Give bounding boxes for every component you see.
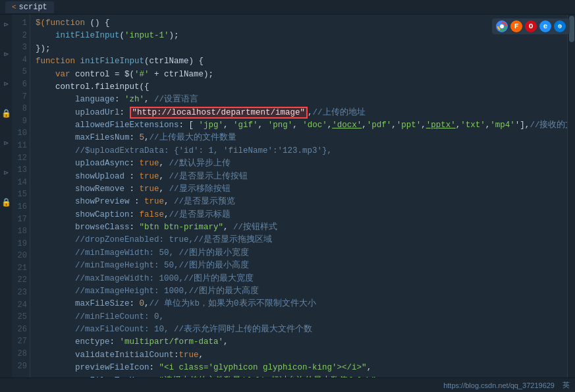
code-line: //dropZoneEnabled: true,//是否显示拖拽区域 xyxy=(36,234,562,246)
code-line: showCaption: false,//是否显示标题 xyxy=(36,209,562,221)
code-line: control.fileinput({ xyxy=(36,81,562,94)
top-bar: < script xyxy=(0,0,575,14)
code-line: validateInitialCount:true, xyxy=(36,349,562,362)
status-bar: https://blog.csdn.net/qq_37219629 英 xyxy=(0,378,575,392)
line-numbers: 1234567891011121314151617181920212223242… xyxy=(12,14,30,392)
code-line: browseClass: "btn btn-primary", //按钮样式 xyxy=(36,221,562,234)
status-lang: 英 xyxy=(562,380,570,390)
sidebar-icon-3: ⊳ xyxy=(3,79,8,89)
left-panel: ⊳ ⊳ ⊳ 🔒 ⊳ ⊳ 🔒 xyxy=(0,14,12,392)
sidebar-icon-7: 🔒 xyxy=(1,198,11,208)
code-line: showPreview : true, //是否显示预览 xyxy=(36,196,562,208)
code-line: maxFilesNum: 5,//上传最大的文件数量 xyxy=(36,132,562,144)
upload-url-value: "http://localhost/department/image" xyxy=(130,107,308,119)
code-line: //minFileCount: 0, xyxy=(36,311,562,323)
sidebar-icon-5: ⊳ xyxy=(3,138,8,148)
code-line: //maxImageHeight: 1000,//图片的最大高度 xyxy=(36,285,562,298)
code-line: }); xyxy=(36,43,562,55)
code-content[interactable]: $(function () { initFileInput('input-1')… xyxy=(30,14,567,392)
code-line: //maxImageWidth: 1000,//图片的最大宽度 xyxy=(36,273,562,285)
sidebar-icon-1: ⊳ xyxy=(3,20,8,30)
sidebar-icon-4: 🔒 xyxy=(1,109,11,119)
code-line: maxFileSize: 0,// 单位为kb，如果为0表示不限制文件大小 xyxy=(36,298,562,310)
code-line: language: 'zh', //设置语言 xyxy=(36,94,562,106)
sidebar-icon-2: ⊳ xyxy=(3,49,8,59)
tab-label: script xyxy=(19,3,47,12)
code-line: enctype: 'multipart/form-data', xyxy=(36,336,562,349)
code-line: uploadAsync: true, //默认异步上传 xyxy=(36,157,562,170)
code-line: //$uploadExtraData: {'id': 1, 'fileName'… xyxy=(36,145,562,157)
code-line: uploadUrl: "http://localhost/department/… xyxy=(36,107,562,119)
code-line: //minImageWidth: 50, //图片的最小宽度 xyxy=(36,247,562,260)
code-line: $(function () { xyxy=(36,17,562,30)
code-line: //maxFileCount: 10, //表示允许同时上传的最大文件个数 xyxy=(36,323,562,336)
code-area: ⊳ ⊳ ⊳ 🔒 ⊳ ⊳ 🔒 12345678910111213141516171… xyxy=(0,14,575,392)
code-line: initFileInput('input-1'); xyxy=(36,30,562,42)
code-line: showUpload : true, //是否显示上传按钮 xyxy=(36,171,562,183)
code-line: showRemove : true, //显示移除按钮 xyxy=(36,183,562,196)
code-line: previewFileIcon: "<i class='glyphicon gl… xyxy=(36,362,562,374)
status-url: https://blog.csdn.net/qq_37219629 xyxy=(443,381,555,389)
tag-icon: < xyxy=(12,3,16,11)
code-line: function initFileInput(ctrlName) { xyxy=(36,55,562,68)
code-line: var control = $('#' + ctrlName); xyxy=(36,69,562,81)
script-tab[interactable]: < script xyxy=(5,1,54,13)
code-line: allowedFileExtensions: [ 'jpg', 'gif', '… xyxy=(36,119,562,132)
sidebar-icon-6: ⊳ xyxy=(3,168,8,178)
code-line: //minImageHeight: 50,//图片的最小高度 xyxy=(36,260,562,272)
scrollbar[interactable] xyxy=(567,14,575,392)
